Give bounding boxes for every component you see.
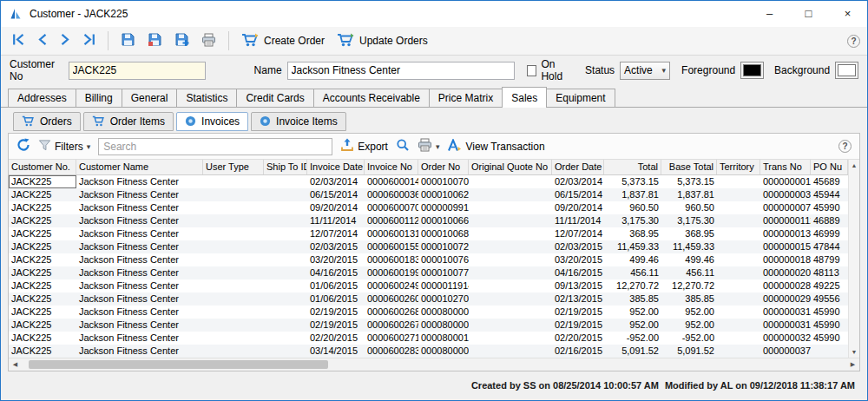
table-row[interactable]: JACK225Jackson Fitness Center02/03/20140… — [9, 175, 848, 188]
maximize-button[interactable]: □ — [789, 1, 828, 27]
table-row[interactable]: JACK225Jackson Fitness Center06/15/20140… — [9, 188, 848, 201]
cell: 0000100778 — [418, 266, 469, 279]
create-order-button[interactable]: Create Order — [237, 30, 329, 52]
scrollbar-thumb[interactable] — [29, 360, 328, 369]
column-header-user-type[interactable]: User Type — [203, 160, 264, 174]
vertical-scroll-track[interactable] — [849, 171, 859, 346]
cell — [717, 188, 760, 201]
tab-sales[interactable]: Sales — [502, 87, 547, 108]
table-row[interactable]: JACK225Jackson Fitness Center02/19/20150… — [9, 319, 848, 332]
tab-accounts-receivable[interactable]: Accounts Receivable — [313, 89, 430, 107]
table-row[interactable]: JACK225Jackson Fitness Center02/19/20150… — [9, 306, 848, 319]
background-swatch[interactable] — [835, 62, 858, 79]
tab-billing[interactable]: Billing — [76, 89, 122, 107]
cell — [717, 319, 760, 332]
scroll-up-icon[interactable]: ▲ — [849, 160, 859, 171]
on-hold-checkbox[interactable] — [527, 65, 536, 76]
vertical-scrollbar[interactable]: ▲ ▼ — [848, 160, 859, 358]
search-input[interactable] — [98, 138, 332, 155]
print-grid-button[interactable]: ▾ — [418, 138, 440, 154]
status-select[interactable]: Active ▾ — [620, 62, 670, 80]
refresh-button[interactable] — [16, 138, 30, 154]
column-header-original-quote-no[interactable]: Original Quote No — [469, 160, 552, 174]
cell: 0000600155 — [365, 240, 418, 253]
table-row[interactable]: JACK225Jackson Fitness Center11/11/20140… — [9, 214, 848, 227]
cell: 5,373.15 — [604, 175, 661, 188]
column-header-invoice-date[interactable]: Invoice Date — [307, 160, 365, 174]
cell: 3,175.30 — [604, 214, 661, 227]
first-record-button[interactable] — [8, 31, 30, 50]
horizontal-scroll-track[interactable] — [22, 358, 846, 371]
invoices-panel: Filters ▾ Export ▾ View Transaction ? — [8, 133, 860, 371]
help-button[interactable]: ? — [847, 35, 860, 48]
zoom-button[interactable] — [396, 138, 410, 154]
cell: 960.50 — [661, 201, 717, 214]
column-header-territory[interactable]: Territory — [717, 160, 760, 174]
foreground-swatch[interactable] — [740, 62, 764, 79]
previous-record-button[interactable] — [33, 31, 52, 50]
tab-credit-cards[interactable]: Credit Cards — [236, 89, 313, 107]
table-row[interactable]: JACK225Jackson Fitness Center02/03/20150… — [9, 240, 848, 253]
cell — [469, 279, 552, 293]
column-header-order-no[interactable]: Order No — [418, 160, 469, 174]
subtab-orders[interactable]: Orders — [13, 112, 81, 131]
close-button[interactable]: × — [828, 1, 867, 27]
cell: 0000600283 — [365, 345, 418, 358]
last-record-button[interactable] — [78, 31, 100, 50]
customer-no-input[interactable] — [69, 62, 206, 80]
table-row[interactable]: JACK225Jackson Fitness Center03/20/20150… — [9, 253, 848, 266]
export-button[interactable]: Export — [340, 138, 388, 154]
table-row[interactable]: JACK225Jackson Fitness Center01/06/20150… — [9, 279, 848, 293]
subtab-invoices[interactable]: Invoices — [176, 112, 248, 131]
column-header-trans-no[interactable]: Trans No — [760, 160, 811, 174]
column-header-customer-no[interactable]: Customer No. — [9, 160, 76, 174]
cell: -952.00 — [661, 332, 717, 345]
table-row[interactable]: JACK225Jackson Fitness Center09/20/20140… — [9, 201, 848, 214]
cell — [717, 227, 760, 240]
tab-addresses[interactable]: Addresses — [8, 89, 76, 107]
print-button[interactable] — [197, 30, 220, 52]
tab-equipment[interactable]: Equipment — [546, 89, 615, 107]
grid-help-button[interactable]: ? — [838, 140, 852, 153]
cell — [717, 266, 760, 279]
tab-price-matrix[interactable]: Price Matrix — [429, 89, 503, 107]
cell: 02/19/2015 — [552, 306, 604, 319]
scroll-down-icon[interactable]: ▼ — [849, 346, 859, 358]
column-header-total[interactable]: Total — [604, 160, 661, 174]
save-close-button[interactable] — [143, 30, 167, 52]
update-orders-button[interactable]: Update Orders — [332, 30, 432, 52]
column-header-invoice-no[interactable]: Invoice No — [365, 160, 418, 174]
subtab-invoice-items[interactable]: Invoice Items — [251, 112, 346, 131]
cell: 04/16/2015 — [552, 266, 604, 279]
on-hold-label: On Hold — [541, 58, 574, 82]
scroll-right-icon[interactable]: ▶ — [846, 361, 859, 368]
table-row[interactable]: JACK225Jackson Fitness Center04/16/20150… — [9, 266, 848, 279]
column-header-order-date[interactable]: Order Date — [552, 160, 604, 174]
subtab-order-items[interactable]: Order Items — [83, 112, 174, 131]
name-input[interactable] — [287, 62, 516, 80]
tab-statistics[interactable]: Statistics — [176, 89, 237, 107]
column-header-base-total[interactable]: Base Total — [661, 160, 717, 174]
column-header-customer-name[interactable]: Customer Name — [76, 160, 203, 174]
table-row[interactable]: JACK225Jackson Fitness Center02/20/20150… — [9, 332, 848, 345]
save-new-button[interactable] — [170, 30, 194, 52]
column-header-ship-to-id[interactable]: Ship To ID — [264, 160, 307, 174]
table-row[interactable]: JACK225Jackson Fitness Center01/06/20150… — [9, 293, 848, 306]
filters-button[interactable]: Filters ▾ — [38, 139, 90, 154]
table-row[interactable]: JACK225Jackson Fitness Center03/14/20150… — [9, 345, 848, 358]
scroll-left-icon[interactable]: ◀ — [9, 361, 22, 368]
cell — [469, 345, 552, 358]
view-transaction-button[interactable]: View Transaction — [447, 139, 544, 154]
next-record-button[interactable] — [56, 31, 75, 50]
cell: 46889 — [811, 214, 848, 227]
minimize-button[interactable]: – — [750, 1, 789, 27]
tab-general[interactable]: General — [122, 89, 178, 107]
save-button[interactable] — [116, 30, 140, 52]
filters-label: Filters — [55, 141, 83, 153]
horizontal-scrollbar[interactable]: ◀ ▶ — [9, 358, 859, 371]
table-row[interactable]: JACK225Jackson Fitness Center12/07/20140… — [9, 227, 848, 240]
column-header-po-nu[interactable]: PO Nu — [811, 160, 848, 174]
cell: 02/03/2014 — [307, 175, 365, 188]
cell — [717, 201, 760, 214]
cell: 11,459.33 — [604, 240, 661, 253]
